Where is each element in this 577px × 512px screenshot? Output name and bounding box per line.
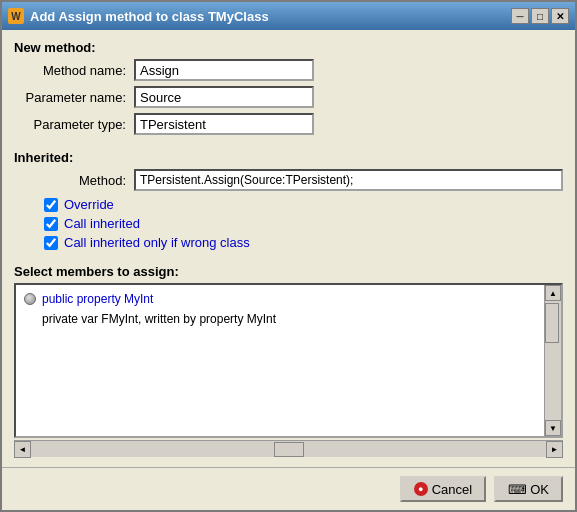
param-type-label: Parameter type: <box>14 117 134 132</box>
main-window: W Add Assign method to class TMyClass ─ … <box>0 0 577 512</box>
dialog-content: New method: Method name: Parameter name:… <box>2 30 575 467</box>
inherited-method-input[interactable] <box>134 169 563 191</box>
inherited-method-label: Method: <box>14 173 134 188</box>
members-list-container: public property MyInt private var FMyInt… <box>14 283 563 438</box>
method-name-input[interactable] <box>134 59 314 81</box>
maximize-button[interactable]: □ <box>531 8 549 24</box>
param-type-row: Parameter type: <box>14 113 563 135</box>
cancel-icon: ● <box>414 482 428 496</box>
param-name-label: Parameter name: <box>14 90 134 105</box>
scroll-up-button[interactable]: ▲ <box>545 285 561 301</box>
cancel-button[interactable]: ● Cancel <box>400 476 486 502</box>
app-icon: W <box>8 8 24 24</box>
call-inherited-wrong-checkbox[interactable] <box>44 236 58 250</box>
cancel-label: Cancel <box>432 482 472 497</box>
ok-icon: ⌨ <box>508 482 526 496</box>
override-checkbox[interactable] <box>44 198 58 212</box>
scroll-thumb[interactable] <box>545 303 559 343</box>
scroll-right-button[interactable]: ► <box>546 441 563 458</box>
method-name-label: Method name: <box>14 63 134 78</box>
override-row: Override <box>44 197 563 212</box>
call-inherited-checkbox[interactable] <box>44 217 58 231</box>
window-title: Add Assign method to class TMyClass <box>30 9 269 24</box>
scroll-down-button[interactable]: ▼ <box>545 420 561 436</box>
param-name-input[interactable] <box>134 86 314 108</box>
inherited-title: Inherited: <box>14 150 563 165</box>
member-text-0: public property MyInt <box>42 292 153 306</box>
list-item: private var FMyInt, written by property … <box>20 309 540 329</box>
new-method-section: New method: Method name: Parameter name:… <box>14 40 563 140</box>
dialog-footer: ● Cancel ⌨ OK <box>2 467 575 510</box>
scroll-h-thumb[interactable] <box>274 442 304 457</box>
titlebar: W Add Assign method to class TMyClass ─ … <box>2 2 575 30</box>
member-icon-1 <box>22 311 38 327</box>
scroll-track <box>545 301 561 420</box>
close-button[interactable]: ✕ <box>551 8 569 24</box>
method-name-row: Method name: <box>14 59 563 81</box>
ok-button[interactable]: ⌨ OK <box>494 476 563 502</box>
titlebar-left: W Add Assign method to class TMyClass <box>8 8 269 24</box>
inherited-method-row: Method: <box>14 169 563 191</box>
call-inherited-wrong-label[interactable]: Call inherited only if wrong class <box>64 235 250 250</box>
member-icon-0 <box>22 291 38 307</box>
scroll-h-track <box>31 441 546 457</box>
param-type-input[interactable] <box>134 113 314 135</box>
members-list-inner: public property MyInt private var FMyInt… <box>16 285 544 436</box>
members-section: Select members to assign: public propert… <box>14 264 563 457</box>
members-title: Select members to assign: <box>14 264 563 279</box>
call-inherited-wrong-row: Call inherited only if wrong class <box>44 235 563 250</box>
circle-icon <box>24 293 36 305</box>
new-method-title: New method: <box>14 40 563 55</box>
vertical-scrollbar[interactable]: ▲ ▼ <box>544 285 561 436</box>
inherited-section: Inherited: Method: Override Call inherit… <box>14 150 563 254</box>
ok-label: OK <box>530 482 549 497</box>
minimize-button[interactable]: ─ <box>511 8 529 24</box>
member-text-1: private var FMyInt, written by property … <box>42 312 276 326</box>
scroll-left-button[interactable]: ◄ <box>14 441 31 458</box>
param-name-row: Parameter name: <box>14 86 563 108</box>
list-item: public property MyInt <box>20 289 540 309</box>
override-label[interactable]: Override <box>64 197 114 212</box>
titlebar-controls: ─ □ ✕ <box>511 8 569 24</box>
call-inherited-label[interactable]: Call inherited <box>64 216 140 231</box>
call-inherited-row: Call inherited <box>44 216 563 231</box>
horizontal-scrollbar[interactable]: ◄ ► <box>14 440 563 457</box>
